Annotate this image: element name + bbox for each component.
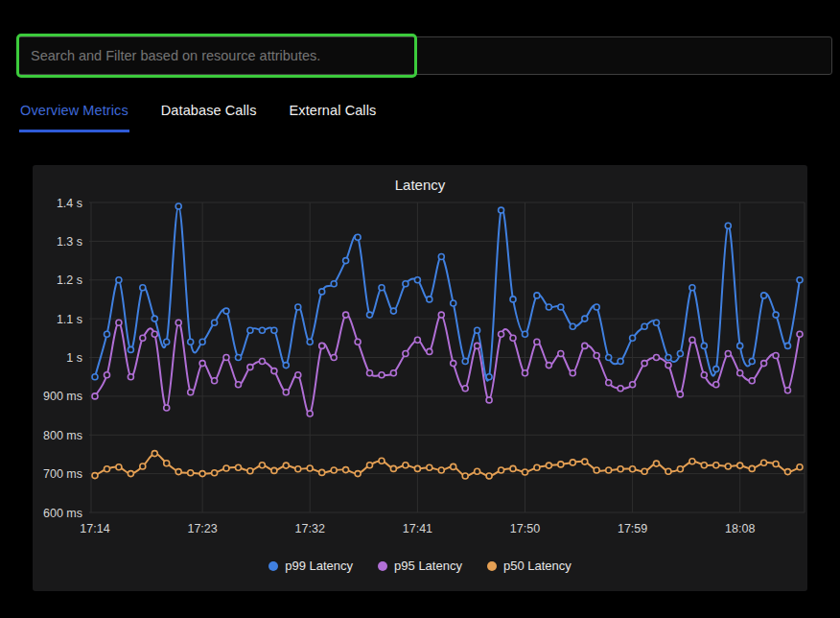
data-point[interactable] bbox=[438, 467, 444, 473]
data-point[interactable] bbox=[558, 304, 564, 310]
data-point[interactable] bbox=[630, 335, 636, 341]
data-point[interactable] bbox=[654, 320, 660, 325]
data-point[interactable] bbox=[689, 459, 695, 464]
data-point[interactable] bbox=[451, 361, 456, 367]
data-point[interactable] bbox=[175, 203, 181, 209]
data-point[interactable] bbox=[761, 293, 767, 298]
data-point[interactable] bbox=[451, 464, 456, 469]
data-point[interactable] bbox=[558, 462, 564, 467]
search-input[interactable] bbox=[17, 36, 832, 75]
data-point[interactable] bbox=[199, 361, 205, 367]
data-point[interactable] bbox=[343, 312, 349, 318]
data-point[interactable] bbox=[283, 463, 289, 468]
data-point[interactable] bbox=[642, 361, 647, 367]
data-point[interactable] bbox=[797, 331, 803, 337]
data-point[interactable] bbox=[247, 365, 253, 370]
tab-overview-metrics[interactable]: Overview Metrics bbox=[19, 99, 129, 132]
data-point[interactable] bbox=[618, 359, 623, 365]
data-point[interactable] bbox=[570, 460, 575, 465]
data-point[interactable] bbox=[92, 473, 98, 479]
data-point[interactable] bbox=[606, 355, 612, 361]
data-point[interactable] bbox=[713, 382, 719, 388]
data-point[interactable] bbox=[749, 359, 755, 365]
data-point[interactable] bbox=[486, 397, 492, 403]
data-point[interactable] bbox=[427, 297, 432, 302]
data-point[interactable] bbox=[725, 351, 731, 357]
data-point[interactable] bbox=[725, 223, 731, 228]
data-point[interactable] bbox=[271, 467, 277, 473]
data-point[interactable] bbox=[307, 339, 313, 345]
data-point[interactable] bbox=[677, 466, 683, 472]
data-point[interactable] bbox=[618, 466, 623, 472]
data-point[interactable] bbox=[319, 469, 325, 475]
data-point[interactable] bbox=[642, 468, 647, 474]
data-point[interactable] bbox=[116, 277, 122, 283]
data-point[interactable] bbox=[642, 323, 647, 329]
data-point[interactable] bbox=[105, 466, 110, 472]
data-point[interactable] bbox=[523, 331, 528, 337]
data-point[interactable] bbox=[773, 353, 779, 359]
data-point[interactable] bbox=[510, 335, 516, 341]
data-point[interactable] bbox=[737, 343, 743, 348]
data-point[interactable] bbox=[438, 254, 444, 260]
data-point[interactable] bbox=[223, 308, 229, 314]
data-point[interactable] bbox=[773, 462, 779, 467]
data-point[interactable] bbox=[295, 466, 301, 472]
data-point[interactable] bbox=[689, 285, 695, 291]
data-point[interactable] bbox=[486, 473, 492, 479]
data-point[interactable] bbox=[223, 465, 229, 471]
data-point[interactable] bbox=[737, 370, 743, 376]
data-point[interactable] bbox=[307, 411, 313, 416]
data-point[interactable] bbox=[475, 327, 480, 333]
data-point[interactable] bbox=[689, 337, 695, 343]
data-point[interactable] bbox=[128, 374, 133, 380]
data-point[interactable] bbox=[594, 467, 599, 473]
data-point[interactable] bbox=[331, 467, 337, 473]
data-point[interactable] bbox=[677, 351, 683, 357]
data-point[interactable] bbox=[630, 382, 636, 388]
data-point[interactable] bbox=[379, 285, 385, 291]
legend-item-p95-latency[interactable]: p95 Latency bbox=[378, 559, 462, 573]
data-point[interactable] bbox=[355, 234, 361, 240]
data-point[interactable] bbox=[403, 351, 408, 357]
data-point[interactable] bbox=[510, 465, 516, 471]
data-point[interactable] bbox=[737, 463, 743, 468]
data-point[interactable] bbox=[152, 316, 157, 321]
data-point[interactable] bbox=[427, 464, 432, 470]
data-point[interactable] bbox=[247, 468, 253, 474]
data-point[interactable] bbox=[761, 361, 767, 367]
data-point[interactable] bbox=[773, 312, 779, 318]
data-point[interactable] bbox=[414, 277, 420, 283]
data-point[interactable] bbox=[140, 335, 146, 341]
data-point[interactable] bbox=[701, 372, 707, 378]
data-point[interactable] bbox=[188, 339, 194, 345]
data-point[interactable] bbox=[355, 471, 361, 477]
data-point[interactable] bbox=[367, 463, 373, 468]
data-point[interactable] bbox=[677, 392, 683, 397]
data-point[interactable] bbox=[343, 258, 349, 264]
data-point[interactable] bbox=[523, 370, 528, 376]
data-point[interactable] bbox=[534, 464, 540, 470]
data-point[interactable] bbox=[713, 367, 719, 372]
data-point[interactable] bbox=[749, 465, 755, 471]
data-point[interactable] bbox=[701, 343, 707, 348]
data-point[interactable] bbox=[128, 471, 133, 477]
data-point[interactable] bbox=[199, 471, 205, 477]
data-point[interactable] bbox=[462, 386, 468, 392]
legend-item-p50-latency[interactable]: p50 Latency bbox=[487, 559, 572, 573]
data-point[interactable] bbox=[582, 343, 588, 348]
data-point[interactable] bbox=[665, 468, 671, 474]
data-point[interactable] bbox=[785, 343, 791, 348]
data-point[interactable] bbox=[390, 465, 396, 471]
data-point[interactable] bbox=[761, 460, 767, 465]
data-point[interactable] bbox=[499, 467, 504, 473]
data-point[interactable] bbox=[390, 308, 396, 314]
data-point[interactable] bbox=[140, 285, 146, 291]
legend-item-p99-latency[interactable]: p99 Latency bbox=[268, 559, 353, 573]
data-point[interactable] bbox=[451, 300, 456, 306]
data-point[interactable] bbox=[749, 378, 755, 384]
tab-database-calls[interactable]: Database Calls bbox=[160, 99, 258, 132]
data-point[interactable] bbox=[128, 346, 133, 352]
data-point[interactable] bbox=[236, 464, 242, 470]
data-point[interactable] bbox=[523, 469, 528, 475]
